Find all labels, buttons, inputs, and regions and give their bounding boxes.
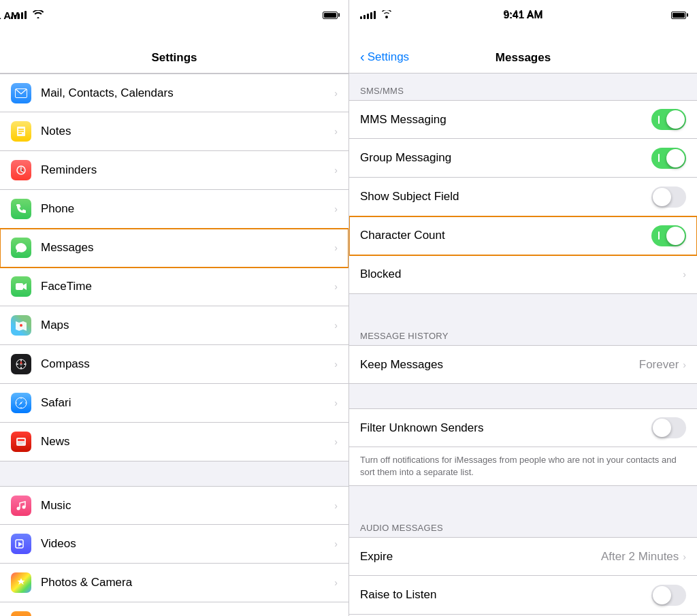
right-battery — [671, 12, 686, 19]
photos-label: Photos & Camera — [41, 576, 334, 589]
photos-icon — [11, 572, 31, 593]
show-subject-thumb — [653, 188, 671, 206]
photos-chevron: › — [334, 577, 338, 588]
battery-fill — [324, 13, 336, 18]
reminders-chevron: › — [334, 165, 338, 176]
settings-item-mail[interactable]: Mail, Contacts, Calendars › — [0, 74, 348, 112]
group-messaging-thumb — [666, 149, 685, 167]
settings-item-phone[interactable]: Phone › — [0, 190, 348, 229]
svg-point-15 — [20, 402, 22, 404]
messages-chevron: › — [334, 242, 338, 253]
compass-label: Compass — [41, 357, 334, 371]
group-messaging-line — [658, 154, 660, 162]
character-count-thumb — [666, 227, 685, 245]
bar5 — [25, 11, 27, 19]
notes-label: Notes — [41, 125, 334, 138]
gap2 — [349, 384, 697, 408]
settings-section-1: Mail, Contacts, Calendars › Notes › Remi… — [0, 74, 348, 461]
character-count-line — [658, 231, 660, 240]
expire-chevron: › — [683, 551, 686, 562]
videos-chevron: › — [334, 538, 338, 549]
show-subject-row[interactable]: Show Subject Field — [349, 178, 697, 216]
safari-label: Safari — [41, 396, 334, 410]
settings-item-safari[interactable]: Safari › — [0, 384, 348, 423]
gap1 — [349, 294, 697, 319]
back-label: Settings — [368, 50, 409, 64]
compass-chevron: › — [334, 359, 338, 370]
settings-item-maps[interactable]: Maps › — [0, 306, 348, 345]
keep-messages-chevron: › — [683, 359, 686, 370]
expire-value: After 2 Minutes — [601, 550, 679, 564]
filter-unknown-row[interactable]: Filter Unknown Senders — [349, 408, 697, 447]
mail-icon — [11, 83, 31, 103]
left-nav-bar: Settings — [0, 30, 348, 74]
svg-rect-17 — [18, 439, 25, 441]
notes-icon — [11, 121, 31, 142]
smsmms-header: SMS/MMS — [349, 74, 697, 100]
raise-to-listen-row[interactable]: Raise to Listen — [349, 576, 697, 615]
character-count-toggle[interactable] — [651, 225, 686, 246]
signal-area — [11, 10, 44, 20]
raise-to-listen-toggle[interactable] — [651, 585, 686, 606]
keep-messages-label: Keep Messages — [360, 358, 639, 372]
phone-label: Phone — [41, 202, 334, 216]
expire-row[interactable]: Expire After 2 Minutes › — [349, 537, 697, 576]
battery-icon — [323, 12, 338, 19]
safari-icon — [11, 393, 31, 413]
show-subject-label: Show Subject Field — [360, 190, 651, 204]
bar3 — [18, 14, 20, 19]
filter-unknown-toggle[interactable] — [651, 417, 686, 438]
facetime-label: FaceTime — [41, 280, 334, 293]
compass-icon — [11, 354, 31, 374]
keep-messages-value: Forever — [639, 358, 679, 372]
wifi-icon — [33, 10, 44, 20]
blocked-row[interactable]: Blocked › — [349, 255, 697, 294]
settings-item-ibooks[interactable]: iBooks › — [0, 602, 348, 616]
audio-messages-header: AUDIO MESSAGES — [349, 510, 697, 537]
signal-bars — [11, 11, 27, 19]
left-settings-list[interactable]: Mail, Contacts, Calendars › Notes › Remi… — [0, 74, 348, 616]
gap3 — [349, 486, 697, 510]
messages-label: Messages — [41, 241, 334, 255]
facetime-chevron: › — [334, 281, 338, 292]
settings-item-reminders[interactable]: Reminders › — [0, 151, 348, 190]
blocked-chevron: › — [683, 269, 686, 280]
music-chevron: › — [334, 500, 338, 511]
right-status-bar: 9:41 AM 9:41 AM — [349, 0, 697, 30]
svg-rect-16 — [16, 438, 26, 446]
settings-item-notes[interactable]: Notes › — [0, 112, 348, 151]
character-count-row[interactable]: Character Count — [349, 216, 697, 255]
facetime-icon — [11, 276, 31, 297]
reminders-icon — [11, 160, 31, 180]
settings-item-videos[interactable]: Videos › — [0, 525, 348, 564]
keep-messages-row[interactable]: Keep Messages Forever › — [349, 345, 697, 384]
safari-chevron: › — [334, 398, 338, 408]
ibooks-icon — [11, 611, 31, 616]
settings-item-news[interactable]: News › — [0, 423, 348, 461]
group-messaging-row[interactable]: Group Messaging — [349, 139, 697, 178]
mail-label: Mail, Contacts, Calendars — [41, 86, 334, 100]
right-nav-bar: ‹ Settings Messages — [349, 30, 697, 74]
bar4 — [21, 12, 23, 19]
settings-item-compass[interactable]: Compass › — [0, 345, 348, 384]
show-subject-toggle[interactable] — [651, 187, 686, 208]
filter-unknown-thumb — [653, 419, 671, 437]
filter-unknown-description: Turn off notifications for iMessages fro… — [349, 447, 697, 486]
character-count-label: Character Count — [360, 229, 651, 242]
mms-messaging-toggle[interactable] — [651, 109, 686, 130]
settings-section-2: Music › Videos › Photos & Camera › — [0, 486, 348, 616]
mms-messaging-label: MMS Messaging — [360, 113, 651, 127]
group-messaging-toggle[interactable] — [651, 148, 686, 169]
bar1 — [11, 16, 13, 19]
maps-chevron: › — [334, 320, 338, 331]
settings-item-photos[interactable]: Photos & Camera › — [0, 564, 348, 602]
settings-item-messages[interactable]: Messages › — [0, 229, 348, 268]
settings-item-music[interactable]: Music › — [0, 486, 348, 525]
back-button[interactable]: ‹ Settings — [360, 49, 409, 65]
messages-settings-list: SMS/MMS MMS Messaging Group Messaging Sh… — [349, 74, 697, 616]
expire-label: Expire — [360, 550, 601, 564]
settings-item-facetime[interactable]: FaceTime › — [0, 268, 348, 306]
mms-messaging-row[interactable]: MMS Messaging — [349, 100, 697, 139]
svg-point-20 — [17, 506, 20, 510]
maps-label: Maps — [41, 319, 334, 332]
